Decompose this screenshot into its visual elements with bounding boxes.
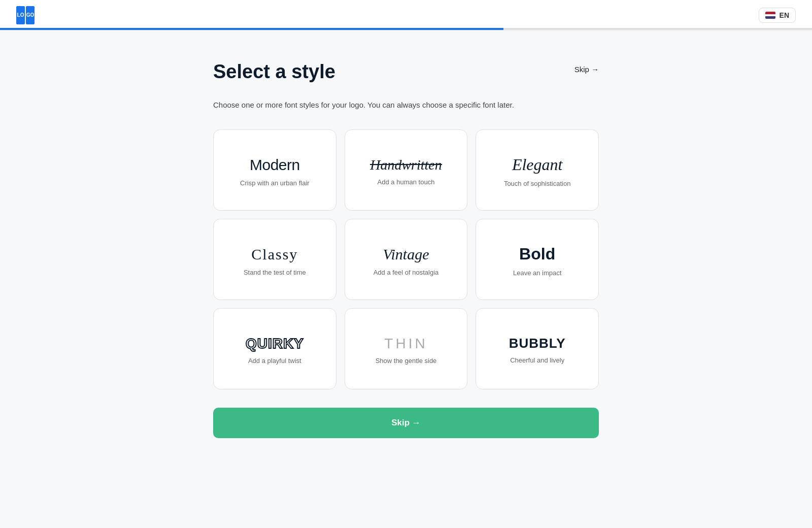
progress-bar-fill [0, 28, 503, 30]
style-name-bubbly: BUBBLY [509, 336, 566, 351]
style-card-modern[interactable]: Modern Crisp with an urban flair [213, 129, 336, 211]
main-content: Select a style Skip → Choose one or more… [203, 30, 609, 458]
page-subtitle: Choose one or more font styles for your … [213, 99, 599, 111]
style-name-handwritten: Handwritten [370, 156, 442, 174]
style-name-modern: Modern [250, 156, 300, 174]
style-desc-modern: Crisp with an urban flair [240, 179, 310, 187]
style-name-vintage: Vintage [383, 245, 429, 263]
skip-top-button[interactable]: Skip → [574, 65, 599, 74]
progress-bar-container [0, 28, 812, 30]
style-card-vintage[interactable]: Vintage Add a feel of nostalgia [345, 219, 468, 300]
style-name-bold: Bold [519, 244, 555, 263]
style-desc-bubbly: Cheerful and lively [510, 356, 564, 364]
style-desc-elegant: Touch of sophistication [504, 180, 571, 187]
style-grid: Modern Crisp with an urban flair Handwri… [213, 129, 599, 389]
style-desc-thin: Show the gentle side [376, 357, 437, 365]
style-card-quirky[interactable]: QUIRKY Add a playful twist [213, 308, 336, 389]
style-name-thin: THIN [384, 335, 427, 352]
flag-icon [765, 12, 775, 19]
language-selector[interactable]: EN [759, 8, 796, 23]
style-desc-classy: Stand the test of time [244, 269, 306, 276]
style-card-elegant[interactable]: Elegant Touch of sophistication [476, 129, 599, 211]
skip-bottom-button[interactable]: Skip → [213, 408, 599, 438]
header: LO GO EN [0, 0, 812, 30]
style-desc-bold: Leave an impact [513, 269, 561, 277]
page-title: Select a style [213, 61, 335, 83]
style-name-classy: Classy [251, 245, 298, 263]
style-desc-handwritten: Add a human touch [378, 178, 435, 186]
style-card-bold[interactable]: Bold Leave an impact [476, 219, 599, 300]
style-desc-vintage: Add a feel of nostalgia [374, 269, 439, 276]
language-label: EN [780, 11, 789, 19]
title-row: Select a style Skip → [213, 61, 599, 91]
style-card-thin[interactable]: THIN Show the gentle side [345, 308, 468, 389]
skip-bottom-label: Skip → [391, 418, 421, 428]
style-desc-quirky: Add a playful twist [248, 357, 301, 365]
style-name-quirky: QUIRKY [246, 335, 304, 352]
style-card-classy[interactable]: Classy Stand the test of time [213, 219, 336, 300]
style-name-elegant: Elegant [512, 155, 563, 174]
style-card-bubbly[interactable]: BUBBLY Cheerful and lively [476, 308, 599, 389]
logo[interactable]: LO GO [16, 6, 35, 24]
style-card-handwritten[interactable]: Handwritten Add a human touch [345, 129, 468, 211]
